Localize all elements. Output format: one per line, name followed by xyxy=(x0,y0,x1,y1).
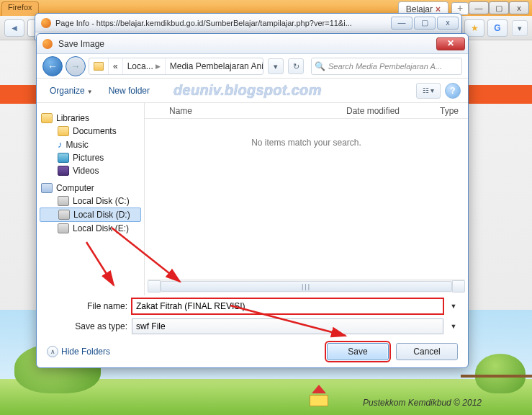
column-name[interactable]: Name xyxy=(145,106,346,116)
drive-icon xyxy=(58,210,70,220)
music-icon: ♪ xyxy=(58,139,63,150)
filename-history-dropdown[interactable]: ▼ xyxy=(448,303,459,310)
horizontal-scrollbar[interactable]: ||| xyxy=(148,280,465,293)
nav-forward-button[interactable]: → xyxy=(66,56,86,76)
filename-row: File name: Zakat Fitrah (FINAL REVISI) ▼ xyxy=(37,295,468,316)
breadcrumb-bar[interactable]: « Loca...▶ Media Pembelajaran Anim...▶ xyxy=(89,58,263,75)
tree-videos[interactable]: Videos xyxy=(40,164,141,177)
folder-tree[interactable]: Libraries Documents ♪Music Pictures Vide… xyxy=(37,103,145,295)
window-close[interactable]: x xyxy=(509,1,529,14)
tree-drive-e[interactable]: Local Disk (E:) xyxy=(40,222,141,235)
filename-input[interactable]: Zakat Fitrah (FINAL REVISI) xyxy=(132,298,443,314)
computer-icon xyxy=(41,183,53,193)
dialog-titlebar[interactable]: Save Image ✕ xyxy=(37,34,468,54)
libraries-icon xyxy=(41,113,53,123)
watermark-text: deuniv.blogspot.com xyxy=(173,82,322,99)
help-button[interactable]: ? xyxy=(445,83,461,99)
empty-folder-message: No items match your search. xyxy=(145,119,468,280)
column-headers[interactable]: Name Date modified Type xyxy=(145,103,468,119)
new-folder-button[interactable]: New folder xyxy=(103,84,155,97)
videos-icon xyxy=(58,166,69,176)
dialog-button-row: ∧ Hide Folders Save Cancel xyxy=(37,336,468,367)
tree-libraries[interactable]: Libraries xyxy=(40,112,141,125)
tree-music[interactable]: ♪Music xyxy=(40,138,141,151)
search-dropdown[interactable]: ▾ xyxy=(512,20,528,36)
search-placeholder: Search Media Pembelajaran A... xyxy=(328,62,442,71)
copyright-text: Pustekkom Kemdikbud © 2012 xyxy=(363,398,482,408)
window-maximize[interactable]: ▢ xyxy=(489,1,509,14)
column-date[interactable]: Date modified xyxy=(346,106,440,116)
savetype-row: Save as type: swf File ▼ xyxy=(37,316,468,336)
folder-search-input[interactable]: 🔍 Search Media Pembelajaran A... xyxy=(311,58,462,75)
refresh-button[interactable]: ↻ xyxy=(288,58,304,74)
pageinfo-maximize[interactable]: ▢ xyxy=(414,17,436,30)
tree-computer[interactable]: Computer xyxy=(40,182,141,195)
pageinfo-titlebar[interactable]: Page Info - https://belajar.kemdikbud.go… xyxy=(35,14,461,32)
breadcrumb-overflow[interactable]: « xyxy=(113,61,118,71)
dialog-close-button[interactable]: ✕ xyxy=(436,37,465,50)
pictures-icon xyxy=(58,153,69,163)
tree-pictures[interactable]: Pictures xyxy=(40,151,141,164)
nav-back-button[interactable]: ← xyxy=(42,56,63,76)
filename-label: File name: xyxy=(45,301,127,311)
firefox-menu-tab[interactable]: Firefox xyxy=(1,1,39,16)
chevron-up-icon: ∧ xyxy=(47,346,58,357)
pageinfo-title: Page Info - https://belajar.kemdikbud.go… xyxy=(55,19,387,27)
cancel-button[interactable]: Cancel xyxy=(396,343,458,360)
tree-drive-d[interactable]: Local Disk (D:) xyxy=(40,208,141,222)
savetype-label: Save as type: xyxy=(45,321,127,331)
file-list-pane: Name Date modified Type No items match y… xyxy=(145,103,468,295)
save-image-dialog: Save Image ✕ ← → « Loca...▶ Media Pembel… xyxy=(36,33,469,368)
view-options-button[interactable]: ☷ ▾ xyxy=(416,83,441,99)
toolbar-row: Organize▼ New folder deuniv.blogspot.com… xyxy=(37,79,468,103)
breadcrumb-segment[interactable]: Loca...▶ xyxy=(123,58,166,74)
location-row: ← → « Loca...▶ Media Pembelajaran Anim..… xyxy=(37,54,468,79)
documents-icon xyxy=(58,126,69,136)
savetype-select[interactable]: swf File xyxy=(132,318,443,334)
column-type[interactable]: Type xyxy=(440,106,468,116)
organize-menu[interactable]: Organize▼ xyxy=(44,84,99,97)
tree-drive-c[interactable]: Local Disk (C:) xyxy=(40,195,141,208)
breadcrumb-dropdown[interactable]: ▾ xyxy=(268,58,284,74)
hide-folders-toggle[interactable]: ∧ Hide Folders xyxy=(47,346,110,357)
tree-documents[interactable]: Documents xyxy=(40,125,141,138)
drive-icon xyxy=(58,223,69,233)
breadcrumb-segment[interactable]: Media Pembelajaran Anim...▶ xyxy=(166,58,263,74)
savetype-dropdown-arrow[interactable]: ▼ xyxy=(448,323,459,330)
firefox-icon xyxy=(41,18,51,28)
save-button[interactable]: Save xyxy=(327,343,389,360)
drive-icon xyxy=(58,196,69,206)
back-button[interactable]: ◄ xyxy=(4,19,24,37)
pageinfo-minimize[interactable]: — xyxy=(391,17,412,30)
google-search-button[interactable]: G xyxy=(487,19,508,37)
pageinfo-close[interactable]: x xyxy=(437,17,459,30)
house-icon xyxy=(310,391,328,406)
dialog-title: Save Image xyxy=(58,39,430,49)
firefox-icon xyxy=(42,39,53,49)
folder-icon xyxy=(94,62,104,71)
search-icon: 🔍 xyxy=(315,61,325,71)
window-minimize[interactable]: — xyxy=(469,1,489,14)
